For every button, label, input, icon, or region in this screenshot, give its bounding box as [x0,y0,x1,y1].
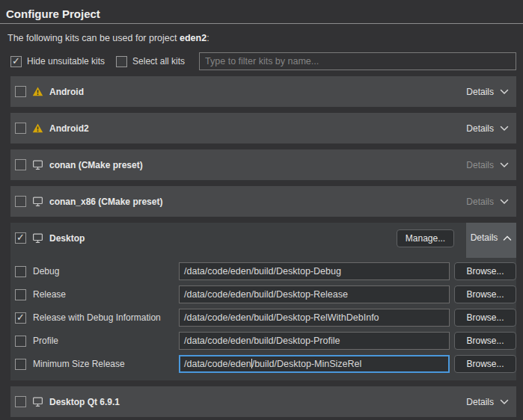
path-text-after-caret: /build/Desktop-MinSizeRel [252,359,362,369]
config-label: Debug [33,266,179,277]
project-name: eden2 [180,33,207,43]
kit-name: Android [49,87,84,97]
hide-unsuitable-kits-label: Hide unsuitable kits [27,56,105,67]
chevron-down-icon [500,162,509,168]
kit-name: Desktop Qt 6.9.1 [49,397,120,407]
select-all-kits-checkbox[interactable] [116,56,127,67]
config-relwithdebinfo-checkbox[interactable] [15,312,26,324]
kit-conan-x86-checkbox[interactable] [15,196,26,207]
intro-text: The following kits can be used for proje… [7,33,523,43]
config-label: Minimum Size Release [33,359,179,369]
details-label: Details [471,232,498,258]
details-label: Details [466,397,494,407]
kit-conan-x86-details-button[interactable]: Details [466,197,509,207]
build-config-row-minsizerel: Minimum Size Release /data/code/eden/bui… [15,355,516,373]
details-label: Details [466,160,494,170]
kit-conan-checkbox[interactable] [15,159,26,170]
config-label: Release with Debug Information [33,312,179,323]
kit-row-android: Android Details [10,76,516,107]
config-release-checkbox[interactable] [15,289,26,300]
kit-list: Android Details Android2 Details c [10,76,516,417]
kit-name: Android2 [49,123,89,134]
intro-suffix: : [207,33,209,43]
kit-desktop-qt-checkbox[interactable] [15,396,26,407]
kit-row-desktop-qt-691: Desktop Qt 6.9.1 Details [10,386,516,417]
build-config-row-debug: Debug /data/code/eden/build/Desktop-Debu… [15,262,516,280]
desktop-icon [32,396,43,407]
config-minsizerel-path-input[interactable]: /data/code/eden/build/Desktop-MinSizeRel [179,355,450,373]
titlebar: Configure Project [0,0,523,24]
config-label: Release [33,289,179,300]
build-config-list: Debug /data/code/eden/build/Desktop-Debu… [10,253,516,373]
kit-name: Desktop [49,233,85,244]
kit-filter-toolbar: Hide unsuitable kits Select all kits [10,52,516,70]
config-debug-browse-button[interactable]: Browse... [454,262,516,280]
config-profile-checkbox[interactable] [15,336,26,347]
chevron-down-icon [500,89,509,95]
build-config-row-relwithdebinfo: Release with Debug Information /data/cod… [15,309,516,327]
chevron-up-icon [503,232,512,258]
page-title: Configure Project [0,0,523,20]
config-relwithdebinfo-path-input[interactable]: /data/code/eden/build/Desktop-RelWithDeb… [179,309,450,327]
config-relwithdebinfo-browse-button[interactable]: Browse... [454,309,516,327]
kit-android2-details-button[interactable]: Details [466,123,509,134]
config-profile-path-input[interactable]: /data/code/eden/build/Desktop-Profile [179,332,450,350]
build-config-row-release: Release /data/code/eden/build/Desktop-Re… [15,285,516,303]
config-profile-browse-button[interactable]: Browse... [454,332,516,350]
config-minsizerel-checkbox[interactable] [15,359,26,370]
chevron-down-icon [500,126,509,132]
hide-unsuitable-kits-checkbox[interactable] [10,56,22,67]
desktop-icon [32,196,43,207]
kit-section-desktop: Desktop Manage... Details Debug /data/co… [10,223,516,380]
kit-row-conan: conan (CMake preset) Details [10,149,516,180]
config-label: Profile [33,336,179,346]
details-label: Details [466,197,494,207]
kit-row-android2: Android2 Details [10,113,516,143]
configure-project-page: Configure Project The following kits can… [0,0,523,420]
select-all-kits-label: Select all kits [132,56,185,67]
config-release-path-input[interactable]: /data/code/eden/build/Desktop-Release [179,285,450,303]
config-release-browse-button[interactable]: Browse... [454,285,516,303]
kit-android2-checkbox[interactable] [15,123,26,134]
kit-desktop-qt-details-button[interactable]: Details [466,397,509,407]
kit-name: conan_x86 (CMake preset) [49,197,162,207]
details-label: Details [466,123,494,134]
intro-prefix: The following kits can be used for proje… [7,33,180,43]
details-label: Details [466,87,494,97]
warning-icon [32,123,43,134]
warning-icon [32,86,43,97]
kit-conan-details-button[interactable]: Details [466,160,509,170]
kit-name: conan (CMake preset) [49,160,143,170]
config-debug-checkbox[interactable] [15,266,26,277]
chevron-down-icon [500,199,509,205]
kit-row-conan-x86: conan_x86 (CMake preset) Details [10,186,516,217]
build-config-row-profile: Profile /data/code/eden/build/Desktop-Pr… [15,332,516,350]
kit-android-details-button[interactable]: Details [466,87,509,97]
desktop-icon [32,159,43,170]
manage-kits-button[interactable]: Manage... [397,229,454,247]
config-debug-path-input[interactable]: /data/code/eden/build/Desktop-Debug [179,262,450,280]
kit-desktop-details-button[interactable]: Details [466,223,516,258]
kit-desktop-checkbox[interactable] [15,232,26,244]
chevron-down-icon [500,399,509,405]
kit-android-checkbox[interactable] [15,86,26,97]
config-minsizerel-browse-button[interactable]: Browse... [454,355,516,373]
path-text-before-caret: /data/code/eden [184,359,251,369]
desktop-icon [32,232,43,244]
kit-filter-input[interactable] [199,52,516,70]
